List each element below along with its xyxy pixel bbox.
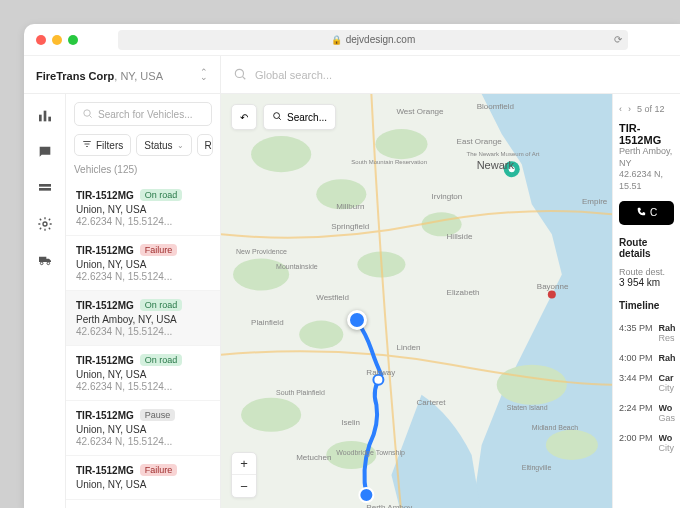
svg-text:South Mountain Reservation: South Mountain Reservation: [351, 159, 427, 165]
vehicle-location: Union, NY, USA: [76, 424, 210, 435]
phone-icon: [636, 207, 646, 219]
close-window-button[interactable]: [36, 35, 46, 45]
map-search-button[interactable]: Search...: [263, 104, 336, 130]
vehicle-coords: 42.6234 N, 15.5124...: [76, 436, 210, 447]
nav-calendar-icon[interactable]: [37, 180, 53, 196]
svg-text:Millburn: Millburn: [336, 202, 364, 211]
nav-rail: [24, 94, 66, 508]
timeline-item: 2:24 PMWoGas: [619, 403, 674, 423]
status-badge: Pause: [140, 409, 176, 421]
svg-text:Metuchen: Metuchen: [296, 453, 331, 462]
svg-text:Midland Beach: Midland Beach: [532, 424, 578, 431]
vehicle-coords: 42.6234 N, 15.5124...: [76, 381, 210, 392]
detail-location: Perth Amboy, NY: [619, 146, 674, 169]
svg-text:Rahway: Rahway: [366, 368, 395, 377]
vehicle-id: TIR-1512MG: [76, 355, 134, 366]
svg-text:Iselin: Iselin: [341, 418, 360, 427]
vehicle-coords: 42.6234 N, 15.5124...: [76, 271, 210, 282]
svg-text:Empire: Empire: [582, 197, 608, 206]
vehicle-coords: 42.6234 N, 15.5124...: [76, 216, 210, 227]
vehicle-id: TIR-1512MG: [76, 410, 134, 421]
vehicle-list-item[interactable]: TIR-1512MGOn roadUnion, NY, USA42.6234 N…: [66, 346, 220, 401]
url-bar[interactable]: 🔒 dejvdesign.com ⟳: [118, 30, 628, 50]
timeline-item: 4:35 PMRahRes: [619, 323, 674, 343]
status-badge: On road: [140, 354, 183, 366]
prev-vehicle-button[interactable]: ‹: [619, 104, 622, 114]
chevron-down-icon: ⌄: [177, 141, 184, 150]
vehicle-list-item[interactable]: TIR-1512MGOn roadUnion, NY, USA42.6234 N…: [66, 181, 220, 236]
zoom-out-button[interactable]: −: [232, 475, 256, 497]
map-canvas[interactable]: Newark Elizabeth Plainfield Bayonne Pert…: [221, 94, 612, 508]
url-text: dejvdesign.com: [346, 34, 415, 45]
svg-line-1: [243, 76, 246, 79]
svg-point-7: [43, 222, 47, 226]
pager-text: 5 of 12: [637, 104, 665, 114]
search-icon: [272, 111, 282, 123]
svg-text:East Orange: East Orange: [457, 137, 503, 146]
vehicle-location: Perth Amboy, NY, USA: [76, 314, 210, 325]
svg-text:Perth Amboy: Perth Amboy: [366, 503, 412, 508]
vehicle-location: Union, NY, USA: [76, 369, 210, 380]
svg-text:West Orange: West Orange: [396, 107, 444, 116]
svg-line-11: [90, 116, 92, 118]
timeline-title: Timeline: [619, 300, 674, 311]
filters-button[interactable]: Filters: [74, 134, 131, 156]
vehicle-coords: 42.6234 N, 15.5124...: [76, 326, 210, 337]
nav-fleet-icon[interactable]: [37, 252, 53, 268]
nav-analytics-icon[interactable]: [37, 108, 53, 124]
maximize-window-button[interactable]: [68, 35, 78, 45]
org-selector[interactable]: FireTrans Corp, NY, USA ⌃⌄: [24, 56, 221, 93]
window-titlebar: 🔒 dejvdesign.com ⟳: [24, 24, 680, 56]
svg-text:Newark: Newark: [477, 159, 515, 171]
svg-text:Westfield: Westfield: [316, 293, 349, 302]
status-dropdown[interactable]: Status ⌄: [136, 134, 191, 156]
svg-text:New Providence: New Providence: [236, 248, 287, 255]
vehicle-location: Union, NY, USA: [76, 204, 210, 215]
timeline-item: 3:44 PMCarCity: [619, 373, 674, 393]
svg-point-24: [497, 365, 567, 405]
map-undo-button[interactable]: ↶: [231, 104, 257, 130]
vehicle-list-item[interactable]: TIR-1512MGFailureUnion, NY, USA: [66, 456, 220, 500]
lock-icon: 🔒: [331, 35, 342, 45]
svg-point-9: [47, 262, 50, 265]
vehicle-list-item[interactable]: TIR-1512MGPauseUnion, NY, USA42.6234 N, …: [66, 401, 220, 456]
svg-text:Eltingville: Eltingville: [522, 464, 552, 472]
vehicle-list-item[interactable]: TIR-1512MGFailureUnion, NY, USA42.6234 N…: [66, 236, 220, 291]
nav-settings-icon[interactable]: [37, 216, 53, 232]
detail-coords: 42.6234 N, 15.51: [619, 169, 674, 192]
svg-text:Irvington: Irvington: [432, 192, 463, 201]
details-panel: ‹ › 5 of 12 TIR-1512MG Perth Amboy, NY 4…: [612, 94, 680, 508]
svg-point-0: [235, 69, 243, 77]
search-icon: [233, 67, 247, 83]
svg-line-61: [279, 118, 281, 120]
status-badge: Failure: [140, 464, 178, 476]
svg-point-60: [274, 113, 280, 119]
svg-rect-6: [39, 188, 51, 191]
zoom-in-button[interactable]: +: [232, 453, 256, 475]
route-start-pin[interactable]: [347, 310, 367, 330]
vehicle-search-input[interactable]: [98, 109, 204, 120]
search-icon: [82, 105, 93, 123]
route-details-title: Route details: [619, 237, 674, 259]
svg-text:Bloomfield: Bloomfield: [477, 102, 514, 111]
vehicle-list-item[interactable]: TIR-1512MGOn roadPerth Amboy, NY, USA42.…: [66, 291, 220, 346]
svg-text:Bayonne: Bayonne: [537, 282, 569, 291]
timeline-item: 2:00 PMWoCity: [619, 433, 674, 453]
reload-icon[interactable]: ⟳: [614, 34, 622, 45]
svg-text:Hillside: Hillside: [447, 232, 473, 241]
svg-text:South Plainfield: South Plainfield: [276, 389, 325, 396]
org-name: FireTrans Corp: [36, 70, 114, 82]
svg-point-25: [546, 430, 598, 460]
svg-rect-4: [48, 117, 51, 122]
next-vehicle-button[interactable]: ›: [628, 104, 631, 114]
nav-messages-icon[interactable]: [37, 144, 53, 160]
minimize-window-button[interactable]: [52, 35, 62, 45]
region-dropdown[interactable]: Regio: [197, 134, 213, 156]
vehicle-location: Union, NY, USA: [76, 479, 210, 490]
status-badge: Failure: [140, 244, 178, 256]
call-button[interactable]: C: [619, 201, 674, 225]
vehicle-search-box[interactable]: [74, 102, 212, 126]
vehicle-id: TIR-1512MG: [76, 465, 134, 476]
global-search-input[interactable]: [255, 69, 668, 81]
svg-text:Staten Island: Staten Island: [507, 404, 548, 411]
